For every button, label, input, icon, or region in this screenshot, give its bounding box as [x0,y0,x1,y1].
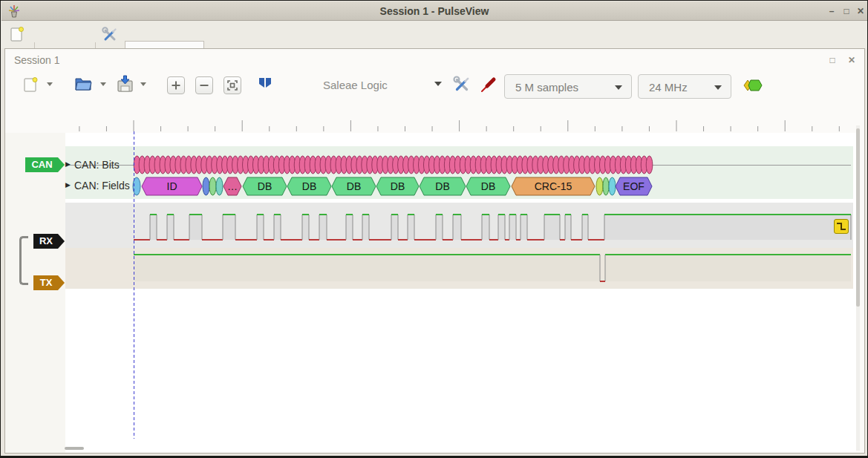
main-toolbar: Run Session 1 × [1,21,867,48]
session-toolbar: Saleae Logic 5 M samples 24 MHz [5,71,864,101]
dock-maximize-button[interactable]: □ [826,54,838,66]
expander-icon[interactable]: ▶ [65,181,71,189]
sample-rate-value: 24 MHz [649,81,688,94]
sample-count-caret-icon [615,85,622,94]
channel-tag-rx[interactable]: RX [33,234,65,249]
device-select[interactable]: Saleae Logic [323,79,388,91]
save-icon[interactable] [115,74,134,96]
new-view-icon[interactable] [22,76,39,96]
settings-icon[interactable] [101,26,119,47]
tx-row-band [65,248,853,289]
decoder-row-fields-label: CAN: Fields [74,180,130,192]
new-session-icon[interactable] [9,26,25,45]
pulseview-window: Session 1 - PulseView – □ ✕ Run Session … [0,0,868,458]
new-view-caret-icon[interactable] [47,82,53,89]
zoom-fit-button[interactable] [223,76,241,94]
channels-probe-icon[interactable] [479,75,498,97]
minimize-button[interactable]: – [825,4,838,18]
trace-group-bracket[interactable] [19,236,28,285]
open-file-icon[interactable] [74,75,93,96]
decoder-row-bits-label: CAN: Bits [74,159,120,171]
add-decoder-icon[interactable] [742,78,764,96]
trigger-marker-falling-edge[interactable] [834,219,849,234]
device-caret-icon[interactable] [434,82,442,90]
open-file-caret-icon[interactable] [100,82,106,89]
save-caret-icon[interactable] [140,82,146,89]
window-titlebar[interactable]: Session 1 - PulseView – □ ✕ [1,1,867,21]
decoder-tag-can[interactable]: CAN [25,157,65,172]
close-button[interactable]: ✕ [854,4,867,18]
sample-rate-caret-icon [714,85,722,94]
device-config-icon[interactable] [452,75,471,97]
dock-close-button[interactable]: ✕ [846,54,858,66]
sample-rate-select[interactable]: 24 MHz [638,74,731,99]
horizontal-scrollbar[interactable] [65,447,84,450]
expander-icon[interactable]: ▶ [65,160,71,168]
rx-row-band [65,203,853,248]
trace-label-margin [5,133,65,453]
sample-count-select[interactable]: 5 M samples [504,74,632,99]
maximize-button[interactable]: □ [840,4,853,18]
window-title: Session 1 - PulseView [1,5,867,17]
session-dock-title: Session 1 [14,54,59,66]
zoom-in-button[interactable] [167,76,185,94]
channel-tag-tx[interactable]: TX [33,275,65,290]
vertical-scrollbar[interactable] [856,128,860,307]
sample-count-value: 5 M samples [515,81,578,94]
zoom-out-button[interactable] [195,76,213,94]
show-cursors-icon[interactable] [255,76,275,96]
decoder-row-band [65,146,853,199]
